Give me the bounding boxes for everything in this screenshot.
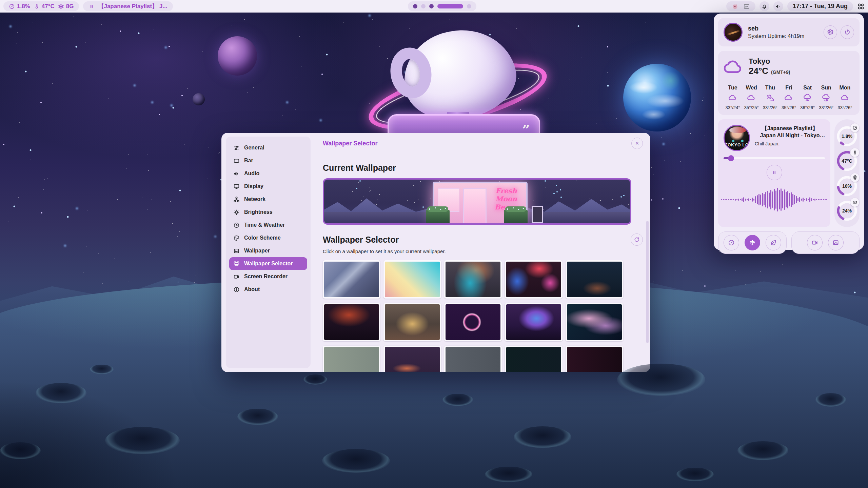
refresh-button[interactable] bbox=[631, 233, 643, 246]
crater bbox=[442, 394, 473, 406]
sidebar-item-about[interactable]: About bbox=[229, 283, 307, 296]
wallpaper-thumb-autumn-dark[interactable] bbox=[383, 346, 441, 372]
rain-icon bbox=[803, 94, 812, 102]
forecast-day-name: Wed bbox=[746, 85, 757, 91]
wallpaper-thumb-pastel-gradient[interactable] bbox=[383, 260, 441, 299]
screen-record-button[interactable] bbox=[807, 235, 823, 250]
scrollbar[interactable] bbox=[646, 221, 649, 343]
wallpaper-thumb-arcade-neon[interactable] bbox=[505, 260, 563, 299]
visualizer-bar bbox=[826, 199, 827, 200]
bar-stat[interactable]: 8G bbox=[58, 3, 74, 10]
visualizer-bar bbox=[782, 191, 783, 208]
current-wallpaper-preview: FreshMoonBeans bbox=[323, 178, 631, 225]
wallpaper-image bbox=[567, 347, 622, 372]
settings-main: Wallpaper Selector × Current Wallpaper F… bbox=[315, 133, 650, 372]
storm-icon bbox=[822, 94, 831, 102]
settings-button[interactable] bbox=[824, 25, 837, 39]
stat-ring-chip: 16% bbox=[836, 174, 858, 198]
pause-icon bbox=[771, 169, 777, 176]
sidebar-item-display[interactable]: Display bbox=[229, 180, 307, 193]
wallpaper-thumb-dark-snow-ruins[interactable] bbox=[566, 260, 623, 299]
profile-powersave-button[interactable] bbox=[766, 235, 781, 250]
visualizer-bar bbox=[809, 197, 810, 202]
crater bbox=[676, 468, 714, 481]
sidebar-item-label: Screen Recorder bbox=[244, 273, 288, 280]
settings-title: Wallpaper Selector bbox=[323, 140, 377, 147]
system-tray[interactable] bbox=[726, 1, 755, 11]
media-pill[interactable]: 【Japanese Playlist】 J... bbox=[83, 1, 173, 11]
sidebar-item-bar[interactable]: Bar bbox=[229, 154, 307, 167]
user-card: seb System Uptime: 4h19m bbox=[718, 18, 860, 46]
album-art-text: TOKYO LO bbox=[725, 143, 749, 147]
sidebar-item-screen-recorder[interactable]: Screen Recorder bbox=[229, 270, 307, 283]
wallpaper-thumb-sage-grey[interactable] bbox=[323, 346, 380, 372]
crater bbox=[815, 393, 846, 407]
progress-knob[interactable] bbox=[728, 155, 734, 161]
workspace-dot-5[interactable] bbox=[467, 4, 471, 8]
visualizer-bar bbox=[762, 193, 763, 206]
sidebar-item-wallpaper-selector[interactable]: Wallpaper Selector bbox=[229, 257, 307, 270]
play-pause-button[interactable] bbox=[767, 165, 782, 180]
settings-window: GeneralBarAudioDisplayNetworkBrightnessT… bbox=[221, 133, 650, 372]
visualizer-bar bbox=[801, 199, 802, 201]
visualizer-bar bbox=[726, 199, 727, 200]
sidebar-item-color-scheme[interactable]: Color Scheme bbox=[229, 231, 307, 244]
wallpaper-image bbox=[506, 347, 561, 372]
volume-button[interactable] bbox=[773, 1, 783, 11]
wallpaper-thumb-nebula-forest[interactable] bbox=[505, 303, 563, 341]
pause-icon[interactable] bbox=[88, 3, 95, 9]
wallpaper-thumb-anime-crosswalk[interactable] bbox=[323, 260, 380, 299]
wallpaper-thumb-deep-teal[interactable] bbox=[505, 346, 563, 372]
clock-pill[interactable]: 17:17 - Tue, 19 Aug bbox=[787, 1, 853, 11]
workspace-indicator[interactable] bbox=[408, 1, 476, 11]
system-stats-card: 1.8%47°C16%24% bbox=[834, 119, 860, 227]
workspace-dot-4[interactable] bbox=[437, 4, 463, 8]
wallpaper-thumb-red-forest-figure[interactable] bbox=[323, 303, 380, 341]
visualizer-bar bbox=[733, 199, 734, 200]
power-button[interactable] bbox=[841, 25, 854, 39]
sidebar-item-general[interactable]: General bbox=[229, 141, 307, 154]
workspace-dot-3[interactable] bbox=[429, 4, 434, 8]
forecast-day-temps: 33°/26° bbox=[837, 105, 852, 110]
sidebar-item-brightness[interactable]: Brightness bbox=[229, 206, 307, 219]
wallpaper-thumb-lofi-coffee-shop[interactable] bbox=[383, 303, 441, 341]
wallpaper-thumb-blur-abstract[interactable] bbox=[444, 260, 502, 299]
profile-balanced-button[interactable] bbox=[745, 235, 760, 250]
visualizer-bar bbox=[728, 199, 729, 200]
workspace-dot-1[interactable] bbox=[413, 4, 417, 8]
cloud-icon bbox=[728, 94, 737, 102]
screenshot-button[interactable] bbox=[828, 235, 844, 250]
wallpaper-thumb-mesh-wave[interactable] bbox=[566, 303, 623, 341]
media-pill-label[interactable]: 【Japanese Playlist】 J... bbox=[98, 2, 167, 10]
visualizer-bar bbox=[786, 192, 787, 207]
workspace-dot-2[interactable] bbox=[421, 4, 426, 8]
weather-divider bbox=[724, 81, 854, 81]
cloud-icon bbox=[724, 59, 743, 74]
media-progress-slider[interactable] bbox=[724, 157, 825, 159]
bar-stat[interactable]: 47°C bbox=[34, 3, 55, 10]
forecast-day-temps: 36°/26° bbox=[800, 105, 815, 110]
sidebar-item-time-weather[interactable]: Time & Weather bbox=[229, 219, 307, 231]
wallpaper-thumb-purple-ring[interactable] bbox=[444, 303, 502, 341]
bar-stat[interactable]: 1.8% bbox=[9, 3, 30, 10]
profile-performance-button[interactable] bbox=[724, 235, 739, 250]
sun-cloud-icon bbox=[766, 94, 774, 102]
wallpaper-thumb-dark-maroon[interactable] bbox=[566, 346, 623, 372]
wallpaper-thumb-slate-grey[interactable] bbox=[444, 346, 502, 372]
wallpaper-image bbox=[446, 347, 500, 372]
tray-image-icon[interactable] bbox=[743, 3, 750, 10]
tray-app-icon[interactable] bbox=[732, 3, 738, 10]
close-button[interactable]: × bbox=[631, 138, 643, 149]
user-info: seb System Uptime: 4h19m bbox=[748, 25, 804, 39]
launcher-button[interactable] bbox=[857, 3, 865, 10]
sidebar-item-wallpaper[interactable]: Wallpaper bbox=[229, 244, 307, 257]
settings-sidebar: GeneralBarAudioDisplayNetworkBrightnessT… bbox=[226, 137, 311, 368]
forecast-day-name: Tue bbox=[728, 85, 737, 91]
notifications-button[interactable] bbox=[760, 1, 769, 11]
visualizer-bar bbox=[745, 199, 746, 201]
sidebar-item-network[interactable]: Network bbox=[229, 193, 307, 206]
visualizer-bar bbox=[821, 199, 822, 200]
sidebar-item-audio[interactable]: Audio bbox=[229, 167, 307, 180]
system-stats-pill[interactable]: 1.8%47°C8G bbox=[3, 1, 79, 11]
current-wallpaper-heading: Current Wallpaper bbox=[323, 163, 643, 173]
